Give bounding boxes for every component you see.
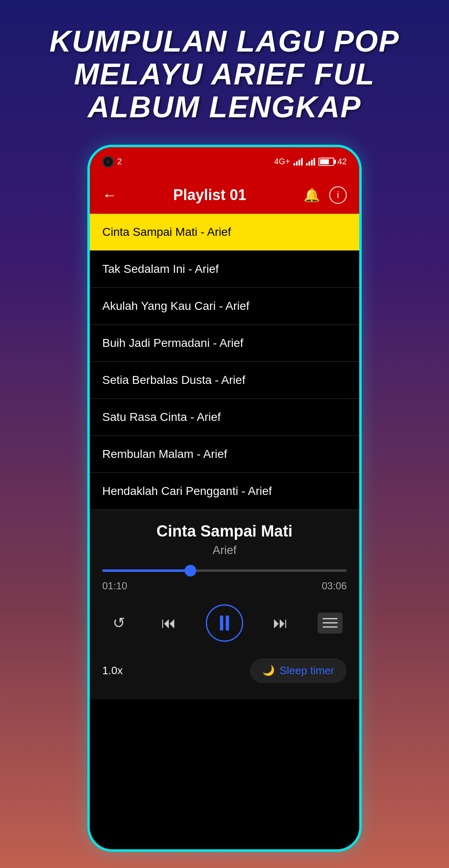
back-button[interactable]: ← (102, 186, 117, 204)
app-title-banner: KUMPULAN LAGU POP MELAYU ARIEF FUL ALBUM… (0, 0, 449, 141)
playlist-view-button[interactable] (318, 613, 343, 633)
prev-button[interactable]: ⏮ (156, 611, 181, 636)
camera-notch (102, 156, 114, 168)
moon-icon: 🌙 (262, 665, 275, 676)
playlist-line-3 (323, 626, 338, 628)
list-item[interactable]: Tak Sedalam Ini - Arief (90, 251, 359, 288)
list-item[interactable]: Setia Berbalas Dusta - Arief (90, 362, 359, 399)
bar3 (299, 160, 300, 166)
signal-bars-1 (294, 158, 303, 166)
status-bar: 2 4G+ (90, 147, 359, 176)
player-song-title: Cinta Sampai Mati (102, 522, 347, 540)
bar1b (306, 163, 308, 166)
bar2 (296, 161, 298, 166)
toolbar: ← Playlist 01 🔔 i (90, 176, 359, 214)
list-item[interactable]: Satu Rasa Cinta - Arief (90, 399, 359, 436)
song-title: Satu Rasa Cinta - Arief (102, 411, 221, 423)
battery-label: 42 (338, 157, 347, 166)
song-title: Rembulan Malam - Arief (102, 448, 227, 460)
bar4 (301, 158, 303, 166)
prev-icon: ⏮ (161, 614, 176, 632)
total-time: 03:06 (322, 580, 347, 592)
playlist-line-1 (323, 618, 338, 619)
progress-bar[interactable] (102, 569, 347, 572)
next-button[interactable]: ⏭ (268, 611, 293, 636)
battery-icon (318, 158, 334, 166)
signal-bars-2 (306, 158, 315, 166)
song-title: Hendaklah Cari Pengganti - Arief (102, 485, 272, 497)
bar4b (313, 158, 315, 166)
progress-thumb (185, 565, 196, 576)
pause-bar-1 (220, 616, 223, 631)
info-button[interactable]: i (329, 186, 347, 204)
phone-frame: 2 4G+ (87, 145, 362, 852)
status-left: 2 (102, 156, 122, 168)
playlist-line-2 (323, 622, 338, 623)
song-list: Cinta Sampai Mati - Arief Tak Sedalam In… (90, 214, 359, 510)
info-icon: i (337, 190, 339, 200)
bar1 (294, 163, 295, 166)
bell-button[interactable]: 🔔 (302, 185, 321, 204)
time-row: 01:10 03:06 (102, 580, 347, 592)
song-title: Tak Sedalam Ini - Arief (102, 262, 219, 275)
sleep-timer-label: Sleep timer (280, 664, 335, 677)
song-title: Akulah Yang Kau Cari - Arief (102, 299, 249, 312)
bell-icon: 🔔 (303, 187, 320, 203)
pause-button[interactable] (206, 604, 243, 642)
player-artist: Arief (102, 544, 347, 557)
progress-fill (102, 569, 190, 572)
bar3b (311, 160, 313, 166)
phone-inner: 2 4G+ (90, 147, 359, 849)
phone-wrapper: 2 4G+ (79, 141, 370, 856)
song-title: Buih Jadi Permadani - Arief (102, 336, 243, 349)
network-label: 4G+ (274, 157, 290, 166)
controls-row: ↺ ⏮ ⏭ (102, 600, 347, 646)
repeat-button[interactable]: ↺ (106, 611, 131, 636)
pause-bar-2 (226, 616, 229, 631)
list-item[interactable]: Buih Jadi Permadani - Arief (90, 325, 359, 362)
pause-icon (220, 616, 229, 631)
list-item[interactable]: Cinta Sampai Mati - Arief (90, 214, 359, 251)
current-time: 01:10 (102, 580, 127, 592)
player-section: Cinta Sampai Mati Arief 01:10 03:06 ↺ (90, 510, 359, 700)
sleep-timer-button[interactable]: 🌙 Sleep timer (250, 658, 347, 683)
status-right: 4G+ 42 (274, 157, 347, 166)
list-item[interactable]: Akulah Yang Kau Cari - Arief (90, 288, 359, 325)
song-title: Cinta Sampai Mati - Arief (102, 225, 231, 238)
next-icon: ⏭ (273, 614, 288, 632)
song-title: Setia Berbalas Dusta - Arief (102, 373, 245, 386)
list-item[interactable]: Rembulan Malam - Arief (90, 436, 359, 473)
bottom-row: 1.0x 🌙 Sleep timer (102, 654, 347, 687)
repeat-icon: ↺ (113, 614, 125, 632)
sim-label: 2 (117, 157, 122, 166)
toolbar-title: Playlist 01 (126, 186, 294, 204)
battery-fill (320, 159, 329, 164)
speed-label[interactable]: 1.0x (102, 664, 123, 677)
bar2b (308, 161, 310, 166)
list-item[interactable]: Hendaklah Cari Pengganti - Arief (90, 473, 359, 510)
